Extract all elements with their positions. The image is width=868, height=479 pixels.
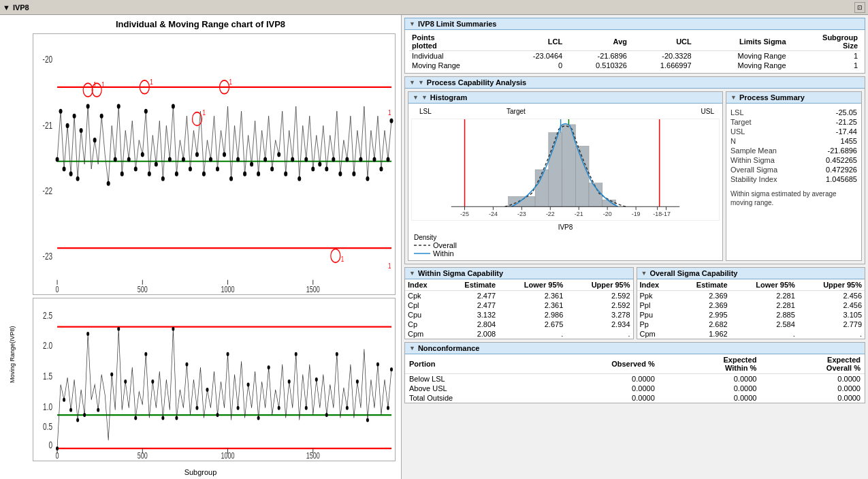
exp-overall: 0.0000 — [760, 393, 865, 403]
process-capability-section: ▼ ▼ Process Capability Analysis ▼ ▼ Hist… — [404, 76, 865, 264]
svg-point-12 — [73, 114, 76, 119]
svg-point-25 — [144, 109, 148, 114]
limit-table: Pointsplotted LCL Avg UCL Limits Sigma S… — [409, 33, 861, 70]
row-avg: 0.510326 — [565, 61, 630, 70]
svg-text:-21: -21 — [43, 120, 53, 131]
table-row: Ppu2.9952.8853.105 — [637, 310, 865, 320]
within-sigma-header: ▼ Within Sigma Capability — [405, 268, 633, 279]
table-row: Below LSL 0.0000 0.0000 0.0000 — [405, 374, 865, 384]
svg-point-128 — [336, 352, 338, 356]
svg-text:500: 500 — [138, 285, 148, 294]
svg-point-50 — [304, 157, 308, 161]
svg-point-129 — [346, 406, 349, 410]
ps-row: Stability Index 1.045685 — [730, 174, 857, 184]
table-row: Pp2.6822.5842.779 — [637, 320, 865, 329]
collapse-icon: ▼ — [409, 270, 415, 277]
svg-point-109 — [151, 380, 154, 384]
svg-point-38 — [223, 152, 226, 157]
svg-point-47 — [284, 172, 287, 176]
svg-point-33 — [189, 167, 192, 172]
usl-value: -17.44 — [836, 127, 857, 136]
restore-button[interactable]: ⊡ — [854, 2, 865, 13]
svg-point-134 — [390, 367, 393, 371]
svg-point-102 — [86, 332, 89, 336]
density-legend: Density — [414, 234, 720, 241]
svg-point-31 — [175, 172, 178, 176]
svg-point-28 — [161, 176, 165, 181]
svg-text:-25: -25 — [460, 211, 469, 217]
nonconformance-section: ▼ Nonconformance Portion Observed % Expe… — [404, 342, 865, 403]
target-value: -21.25 — [836, 118, 857, 126]
svg-text:2.5: 2.5 — [43, 310, 52, 321]
svg-text:1500: 1500 — [306, 450, 320, 460]
row-subgroup-size: 1 — [789, 51, 861, 61]
svg-point-55 — [338, 172, 342, 176]
observed: 0.0000 — [532, 384, 659, 393]
svg-text:0: 0 — [56, 285, 59, 294]
collapse-icon2: ▼ — [421, 94, 428, 101]
svg-point-70 — [192, 112, 202, 126]
within-sigma-section: ▼ Within Sigma Capability Index Estimate… — [404, 267, 634, 339]
up: 2.456 — [798, 300, 865, 310]
est: 2.682 — [675, 320, 730, 329]
svg-point-36 — [209, 157, 212, 161]
within-sigma-note: Within sigma estimated by average moving… — [730, 189, 857, 207]
svg-point-101 — [83, 413, 86, 417]
idx: Ppl — [637, 300, 675, 310]
process-summary-header: ▼ Process Summary — [726, 92, 861, 104]
exp-within: 0.0000 — [659, 374, 761, 384]
idx: Cpu — [405, 310, 443, 320]
svg-rect-148 — [509, 196, 535, 206]
svg-text:1000: 1000 — [221, 285, 235, 294]
svg-point-100 — [76, 418, 79, 422]
svg-point-74 — [331, 249, 340, 263]
idx: Cp — [405, 320, 443, 329]
svg-point-108 — [144, 352, 147, 356]
capability-row: ▼ Within Sigma Capability Index Estimate… — [404, 267, 865, 339]
idx: Cpk — [405, 291, 443, 301]
col-limits-sigma: Limits Sigma — [694, 33, 789, 51]
svg-point-29 — [168, 157, 172, 161]
svg-text:2.0: 2.0 — [43, 340, 52, 351]
svg-point-11 — [69, 172, 73, 176]
svg-point-41 — [243, 172, 246, 176]
limit-summaries-header: ▼ IVP8 Limit Summaries — [404, 18, 865, 30]
svg-point-120 — [257, 416, 260, 420]
table-row: Cp2.8042.6752.934 — [405, 320, 633, 329]
svg-text:-23: -23 — [517, 211, 526, 217]
within-sigma-title: Within Sigma Capability — [418, 269, 503, 277]
svg-point-14 — [80, 128, 83, 133]
col-observed: Observed % — [532, 354, 659, 374]
svg-point-20 — [117, 104, 120, 109]
svg-text:-21: -21 — [575, 211, 583, 217]
individual-chart-svg: -20 -21 -22 -23 — [33, 33, 396, 295]
col-upper: Upper 95% — [798, 279, 865, 291]
ps-row: LSL -25.05 — [730, 108, 857, 117]
overall-sigma-header: ▼ Overall Sigma Capability — [637, 268, 865, 279]
svg-point-125 — [305, 406, 308, 410]
table-row: Moving Range 0 0.510326 1.666997 Moving … — [409, 61, 861, 70]
title-bar: ▼ IVP8 ⊡ — [0, 0, 868, 15]
row-lcl: 0 — [504, 61, 565, 70]
svg-point-118 — [237, 406, 240, 410]
sample-mean-label: Sample Mean — [730, 146, 777, 155]
observed: 0.0000 — [532, 374, 659, 384]
svg-point-10 — [66, 123, 69, 128]
svg-text:1: 1 — [388, 108, 391, 117]
low: . — [498, 329, 566, 339]
window-title: IVP8 — [13, 3, 29, 12]
up: 2.592 — [566, 291, 632, 301]
low: 2.361 — [498, 291, 566, 301]
lsl-label: LSL — [419, 108, 432, 115]
col-index: Index — [405, 279, 443, 291]
col-lower: Lower 95% — [730, 279, 798, 291]
svg-point-117 — [227, 352, 229, 356]
histogram-header: ▼ ▼ Histogram — [408, 92, 722, 104]
svg-text:-23: -23 — [43, 251, 53, 262]
nonconformance-title: Nonconformance — [418, 344, 479, 352]
table-row: Cpk2.4772.3612.592 — [405, 291, 633, 301]
exp-overall: 0.0000 — [760, 374, 865, 384]
svg-point-60 — [372, 157, 376, 161]
svg-point-56 — [345, 157, 349, 161]
svg-text:500: 500 — [138, 450, 148, 460]
